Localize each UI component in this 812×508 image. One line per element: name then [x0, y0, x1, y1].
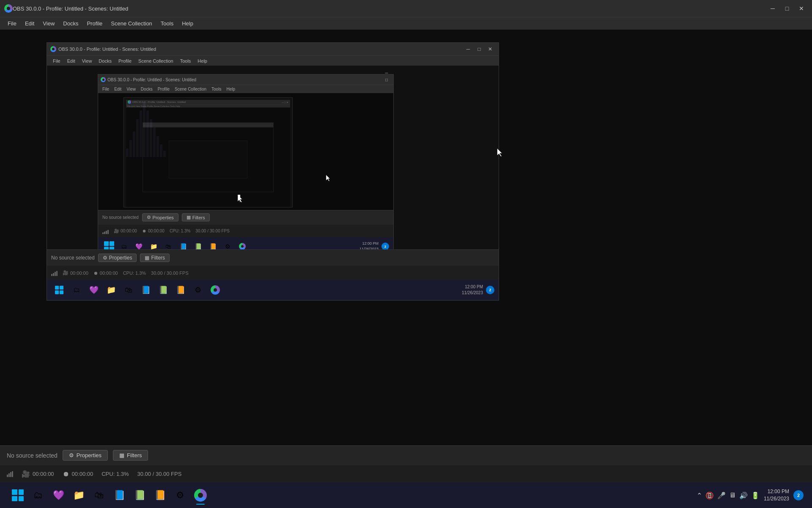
close-button[interactable]: ✕ [795, 4, 808, 13]
n2-signal-bar-4 [107, 230, 109, 234]
n1-menu-help[interactable]: Help [194, 58, 211, 64]
n2-tb-settings[interactable]: ⚙ [221, 240, 234, 249]
tb-word[interactable]: 📘 [110, 486, 129, 505]
menu-edit[interactable]: Edit [21, 19, 38, 28]
n2-menu-profile[interactable]: Profile [155, 86, 172, 92]
tb-teams[interactable]: 💜 [49, 486, 68, 505]
tb-store[interactable]: 🛍 [90, 486, 108, 505]
n2-tb-obs[interactable] [236, 240, 249, 249]
n2-filters-button[interactable]: ▦ Filters [182, 213, 210, 221]
tb-file-explorer[interactable]: 🗂 [29, 486, 47, 505]
n1-menu-view[interactable]: View [79, 58, 96, 64]
n1-fps: 30.00 / 30.00 FPS [151, 271, 189, 276]
n2-menu-edit[interactable]: Edit [112, 86, 124, 92]
n1-tb-settings[interactable]: ⚙ [190, 282, 206, 298]
n2-win-sq-3 [104, 247, 109, 249]
deep-title-text: OBS 30.0.0 - Profile: Untitled - Scenes:… [132, 101, 282, 103]
obs-logo-inner [7, 7, 10, 10]
n1-properties-button[interactable]: ⚙ Properties [98, 254, 137, 262]
n1-filters-icon: ▦ [145, 255, 149, 261]
nested-minimize-1[interactable]: ─ [463, 45, 473, 53]
n2-timecode2: ⏺ 00:00:00 [142, 229, 165, 233]
n1-win-sq-2 [60, 286, 63, 290]
system-clock[interactable]: 12:00 PM 11/26/2023 [764, 488, 789, 502]
win-sq-4 [19, 496, 24, 502]
n2-menu-scene-collection[interactable]: Scene Collection [172, 86, 209, 92]
nested-maximize-2[interactable]: □ [382, 76, 391, 83]
nested-source-bar-2: No source selected ⚙ Properties ▦ Filter… [98, 210, 393, 224]
n2-cpu: CPU: 1.3% [170, 229, 190, 233]
n1-menu-file[interactable]: File [49, 58, 64, 64]
n1-menu-scene-collection[interactable]: Scene Collection [135, 58, 177, 64]
menu-help[interactable]: Help [178, 19, 198, 28]
n1-tb-folder[interactable]: 📁 [103, 282, 119, 298]
obs-taskbar-logo [194, 489, 207, 502]
n2-tb-excel[interactable]: 📗 [191, 240, 205, 249]
nested-maximize-1[interactable]: □ [474, 45, 484, 53]
n2-obs-tb-logo [239, 243, 246, 249]
n2-tb-folder[interactable]: 📁 [147, 240, 160, 249]
main-source-bar: No source selected ⚙ Properties ▦ Filter… [0, 445, 812, 465]
n2-menu-help[interactable]: Help [224, 86, 238, 92]
main-preview-area: OBS 30.0.0 - Profile: Untitled - Scenes:… [0, 30, 812, 445]
n1-tb-word[interactable]: 📘 [138, 282, 154, 298]
n1-signal-bar-2 [53, 273, 54, 276]
main-filters-button[interactable]: ▦ Filters [113, 450, 148, 461]
n1-tb-teams[interactable]: 💜 [86, 282, 102, 298]
deep-preview-content [126, 108, 290, 207]
windows-logo [12, 489, 24, 501]
n1-tb-obs[interactable] [207, 282, 223, 298]
tb-settings[interactable]: ⚙ [171, 486, 189, 505]
n2-tb-explorer[interactable]: 🗂 [117, 240, 131, 249]
main-properties-button[interactable]: ⚙ Properties [63, 450, 108, 461]
n2-menu-file[interactable]: File [100, 86, 112, 92]
menu-profile[interactable]: Profile [82, 19, 107, 28]
minimize-button[interactable]: ─ [766, 4, 779, 13]
n1-tb-powerpoint[interactable]: 📙 [173, 282, 189, 298]
menu-view[interactable]: View [38, 19, 59, 28]
tb-powerpoint[interactable]: 📙 [151, 486, 169, 505]
n1-win-sq-4 [60, 290, 63, 294]
n2-tb-windows[interactable] [102, 240, 116, 249]
n1-timecode2: ⏺ 00:00:00 [93, 271, 118, 276]
chevron-up-icon[interactable]: ⌃ [697, 491, 702, 500]
tb-folder[interactable]: 📁 [69, 486, 88, 505]
n1-filters-button[interactable]: ▦ Filters [140, 254, 170, 262]
nested-minimize-2[interactable]: ─ [382, 69, 391, 76]
n2-tb-store[interactable]: 🛍 [162, 240, 175, 249]
nested-close-1[interactable]: ✕ [485, 45, 495, 53]
menu-file[interactable]: File [3, 19, 21, 28]
notification-center-button[interactable]: 2 [793, 490, 804, 500]
n1-menu-tools[interactable]: Tools [177, 58, 195, 64]
menu-scene-collection[interactable]: Scene Collection [107, 19, 156, 28]
n2-tb-powerpoint[interactable]: 📙 [206, 240, 219, 249]
main-signal-bars [7, 471, 13, 477]
n1-tb-windows[interactable] [51, 282, 67, 298]
n1-menu-edit[interactable]: Edit [64, 58, 79, 64]
main-properties-gear-icon: ⚙ [69, 452, 74, 458]
tb-obs[interactable] [191, 486, 210, 505]
n1-tb-explorer[interactable]: 🗂 [69, 282, 85, 298]
win-sq-3 [12, 496, 17, 502]
n2-signal-bar-2 [104, 232, 105, 234]
n1-tb-excel[interactable]: 📗 [155, 282, 171, 298]
n2-menu-docks[interactable]: Docks [138, 86, 155, 92]
menu-tools[interactable]: Tools [156, 19, 178, 28]
maximize-button[interactable]: □ [781, 4, 793, 13]
n2-menu-tools[interactable]: Tools [209, 86, 224, 92]
n2-filters-label: Filters [192, 215, 205, 220]
deep-menu-item: File Edit View Docks Profile Scene Colle… [127, 105, 180, 108]
n1-menu-profile[interactable]: Profile [115, 58, 135, 64]
tb-excel[interactable]: 📗 [130, 486, 149, 505]
n1-tb-store[interactable]: 🛍 [121, 282, 137, 298]
nested-taskbar-2: 🗂 💜 📁 🛍 📘 📗 📙 ⚙ [98, 237, 393, 249]
nested-title-bar-2: OBS 30.0.0 - Profile: Untitled - Scenes:… [98, 75, 393, 85]
menu-docks[interactable]: Docks [59, 19, 82, 28]
n1-menu-docks[interactable]: Docks [95, 58, 115, 64]
n2-tb-teams[interactable]: 💜 [132, 240, 145, 249]
deepest-inner [169, 141, 247, 179]
n2-tb-word[interactable]: 📘 [176, 240, 190, 249]
n2-menu-view[interactable]: View [124, 86, 138, 92]
tb-windows-button[interactable] [8, 486, 27, 505]
n2-properties-button[interactable]: ⚙ Properties [142, 213, 178, 221]
